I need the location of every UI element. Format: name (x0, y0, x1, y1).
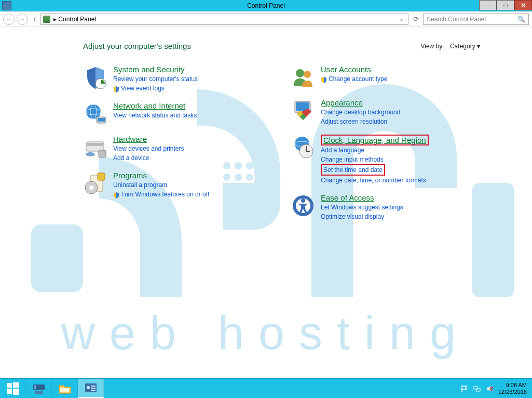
tray-date: 12/23/2016 (498, 389, 527, 395)
visual-display-link[interactable]: Optimize visual display (321, 212, 403, 221)
svg-rect-38 (13, 389, 19, 395)
address-chevron: ▸ (53, 16, 57, 23)
content-area: web hosting Adjust your computer's setti… (0, 27, 532, 378)
refresh-button[interactable]: ⟳ (411, 15, 421, 23)
suggest-settings-link[interactable]: Let Windows suggest settings (321, 203, 403, 212)
hardware-link[interactable]: Hardware (113, 135, 147, 143)
network-status-link[interactable]: View network status and tasks (113, 111, 197, 120)
svg-rect-46 (91, 388, 96, 389)
network-icon (83, 101, 108, 126)
minimize-button[interactable]: — (479, 0, 497, 10)
svg-rect-36 (13, 382, 19, 388)
viewby-dropdown[interactable]: Category ▾ (450, 43, 480, 50)
programs-link[interactable]: Programs (113, 171, 147, 180)
review-status-link[interactable]: Review your computer's status (113, 74, 198, 84)
start-button[interactable] (0, 379, 26, 398)
category-system-security: System and Security Review your computer… (83, 65, 260, 93)
search-input[interactable]: Search Control Panel 🔍 (423, 14, 529, 25)
svg-rect-40 (35, 391, 43, 394)
titlebar: Control Panel — □ ✕ (0, 0, 532, 11)
date-formats-link[interactable]: Change date, time, or number formats (321, 176, 429, 185)
shield-icon (321, 76, 327, 82)
ease-access-icon (291, 193, 316, 218)
view-event-logs-link[interactable]: View event logs (121, 84, 165, 93)
forward-button[interactable]: → (17, 14, 28, 25)
control-panel-taskbar-button[interactable] (78, 379, 104, 398)
add-device-link[interactable]: Add a device (113, 153, 184, 163)
category-programs: Programs Uninstall a program Turn Window… (83, 171, 260, 199)
svg-point-23 (296, 69, 304, 77)
system-security-icon (83, 65, 108, 90)
set-time-date-link[interactable]: Set the time and date (321, 164, 385, 176)
search-icon: 🔍 (517, 16, 525, 23)
svg-rect-47 (91, 390, 96, 391)
network-tray-icon[interactable] (473, 385, 481, 392)
add-language-link[interactable]: Add a language (321, 145, 429, 155)
screen-res-link[interactable]: Adjust screen resolution (321, 117, 400, 126)
up-button[interactable]: ↑ (30, 16, 38, 23)
system-tray: 9:08 AM 12/23/2016 (456, 379, 532, 398)
svg-point-21 (89, 185, 93, 190)
svg-point-24 (304, 71, 311, 78)
desktop-bg-link[interactable]: Change desktop background (321, 108, 400, 117)
toolbar: ← → ↑ ▸ Control Panel ⌄ ⟳ Search Control… (0, 11, 532, 27)
taskbar-clock[interactable]: 9:08 AM 12/23/2016 (498, 382, 527, 395)
category-appearance: Appearance Change desktop background Adj… (291, 98, 467, 126)
shield-icon (113, 85, 119, 91)
tray-time: 9:08 AM (498, 382, 527, 389)
svg-point-34 (301, 198, 305, 203)
right-column: User Accounts Change account type Appear… (291, 65, 467, 230)
clock-region-icon (291, 135, 316, 160)
windows-features-link[interactable]: Turn Windows features on or off (121, 190, 209, 199)
clock-region-link[interactable]: Clock, Language, and Region (321, 135, 429, 145)
uninstall-link[interactable]: Uninstall a program (113, 180, 209, 190)
ease-access-link[interactable]: Ease of Access (321, 193, 374, 202)
svg-rect-41 (34, 386, 36, 389)
network-link[interactable]: Network and Internet (113, 101, 185, 110)
user-accounts-link[interactable]: User Accounts (321, 65, 371, 74)
taskbar: 9:08 AM 12/23/2016 (0, 378, 532, 398)
volume-tray-icon[interactable] (486, 385, 493, 392)
input-methods-link[interactable]: Change input methods (321, 155, 429, 164)
category-user-accounts: User Accounts Change account type (291, 65, 467, 90)
svg-rect-14 (98, 118, 105, 122)
category-ease-access: Ease of Access Let Windows suggest setti… (291, 193, 467, 221)
svg-point-17 (86, 152, 95, 156)
left-column: System and Security Review your computer… (83, 65, 260, 230)
user-accounts-icon (291, 65, 316, 90)
svg-text:web hosting: web hosting (61, 307, 470, 359)
category-network: Network and Internet View network status… (83, 101, 260, 126)
flag-icon[interactable] (461, 385, 468, 392)
svg-rect-37 (7, 389, 12, 394)
window-title: Control Panel (0, 2, 532, 9)
svg-rect-16 (87, 143, 103, 146)
close-button[interactable]: ✕ (514, 0, 532, 10)
system-security-link[interactable]: System and Security (113, 65, 185, 74)
search-placeholder: Search Control Panel (427, 16, 486, 23)
category-hardware: Hardware View devices and printers Add a… (83, 135, 260, 163)
server-manager-button[interactable] (26, 379, 52, 398)
address-dropdown-icon[interactable]: ⌄ (399, 16, 404, 22)
appearance-icon (291, 98, 316, 123)
svg-rect-35 (7, 383, 12, 388)
devices-printers-link[interactable]: View devices and printers (113, 144, 184, 153)
hardware-icon (83, 135, 108, 160)
svg-rect-0 (31, 224, 83, 292)
change-account-type-link[interactable]: Change account type (329, 74, 387, 84)
viewby-label: View by: (420, 43, 444, 50)
maximize-button[interactable]: □ (497, 0, 514, 10)
category-clock-region: Clock, Language, and Region Add a langua… (291, 135, 467, 185)
svg-point-44 (87, 386, 90, 389)
address-bar[interactable]: ▸ Control Panel ⌄ (40, 14, 408, 25)
address-path: Control Panel (58, 16, 96, 23)
back-button[interactable]: ← (3, 14, 15, 25)
view-by: View by: Category ▾ (420, 43, 480, 50)
svg-rect-42 (60, 388, 70, 392)
shield-icon (113, 191, 119, 197)
appearance-link[interactable]: Appearance (321, 98, 363, 107)
control-panel-icon (43, 16, 50, 23)
programs-icon (83, 171, 108, 196)
svg-rect-22 (98, 173, 105, 180)
explorer-button[interactable] (52, 379, 78, 398)
svg-rect-18 (99, 150, 106, 157)
